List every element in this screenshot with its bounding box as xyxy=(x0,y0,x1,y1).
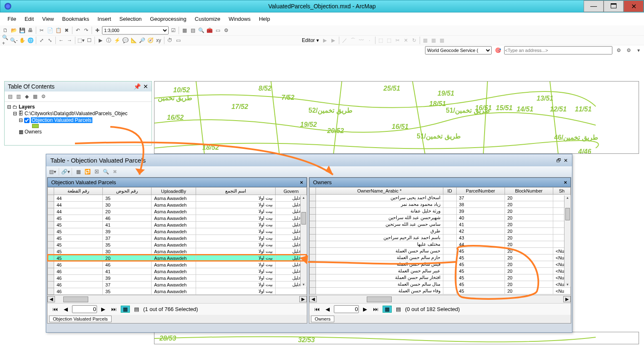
cell[interactable]: 20 xyxy=(505,248,553,254)
menu-geoprocessing[interactable]: Geoprocessing xyxy=(147,15,189,23)
open-icon[interactable]: 📂 xyxy=(10,27,17,34)
cell[interactable] xyxy=(443,261,456,268)
table-window-restore-icon[interactable]: 🗗 xyxy=(556,158,561,163)
zoom-in-icon[interactable]: 🔍+ xyxy=(2,37,9,44)
table-row[interactable]: 4546Asma Awawdehبيت اولاالخليل xyxy=(48,215,307,222)
cell[interactable]: Asma Awawdeh xyxy=(152,195,196,202)
redo-icon[interactable]: ↷ xyxy=(82,27,90,34)
list-by-drawing-icon[interactable]: ▤ xyxy=(6,93,14,100)
switch-selection-icon[interactable]: 🔁 xyxy=(84,168,91,175)
map-canvas-bottom[interactable]: 28/5332/53 xyxy=(154,332,639,344)
table-row[interactable]: 4435Asma Awawdehبيت اولاالخليل xyxy=(48,195,307,202)
related-tables-icon[interactable]: 🔗▾ xyxy=(62,168,69,175)
cell[interactable]: 20 xyxy=(103,208,152,215)
table-row[interactable]: باسم احمد عبد الرحيم سراحين4320 xyxy=(310,235,571,241)
cell[interactable] xyxy=(276,288,307,295)
table-row[interactable]: طرق4220 xyxy=(310,228,571,235)
cell[interactable] xyxy=(443,281,456,288)
menu-windows[interactable]: Windows xyxy=(225,15,254,23)
table-window-titlebar[interactable]: Table - Objection Valuated Parcels 🗗 ✕ xyxy=(46,154,572,166)
nav-first-icon[interactable]: ⏮ xyxy=(51,306,60,312)
cell[interactable]: افتخار سالم حسن العملة xyxy=(316,274,443,281)
table-row[interactable]: 4639Asma Awawdehبيت اولاالخليل xyxy=(48,275,307,282)
left-subtable-close-icon[interactable]: × xyxy=(300,179,303,185)
cell[interactable]: 20 xyxy=(505,281,553,288)
cell[interactable]: مختلف عليها xyxy=(316,241,443,248)
scroll-thumb[interactable] xyxy=(63,296,88,302)
table-row[interactable]: 4430Asma Awawdehبيت اولاالخليل xyxy=(48,202,307,208)
datasource-path[interactable]: C:\Cityworks\Data\gdb\ValuatedParcels_Ob… xyxy=(25,111,127,116)
viewer-icon[interactable]: ▭ xyxy=(174,37,182,44)
nav-last-icon[interactable]: ⏭ xyxy=(371,306,380,312)
menu-bookmarks[interactable]: Bookmarks xyxy=(59,15,92,23)
table-row[interactable]: 4646Asma Awawdehبيت اولاالخليل xyxy=(48,262,307,268)
cell[interactable] xyxy=(443,248,456,254)
cell[interactable]: 20 xyxy=(505,241,553,248)
cell[interactable] xyxy=(443,254,456,261)
cell[interactable]: 20 xyxy=(505,274,553,281)
nav-prev-icon[interactable]: ◀ xyxy=(324,306,331,312)
cell[interactable]: منال سالم حسن العملة xyxy=(316,281,443,288)
cell[interactable]: 46 xyxy=(54,282,102,288)
cell[interactable]: Asma Awawdeh xyxy=(152,282,196,288)
geocode-options-icon[interactable]: ⚙ xyxy=(615,47,622,54)
scroll-right-icon[interactable]: ▶ xyxy=(299,296,307,302)
clear-selection-icon[interactable]: ☒ xyxy=(93,168,100,175)
cell[interactable]: 43 xyxy=(456,235,505,241)
layers-root[interactable]: Layers xyxy=(19,104,35,110)
nav-next-icon[interactable]: ▶ xyxy=(99,306,107,312)
geocode-service-dropdown[interactable]: World Geocode Service ( xyxy=(425,46,492,54)
cell[interactable]: Asma Awawdeh xyxy=(152,242,196,248)
cell[interactable] xyxy=(443,288,456,294)
forward-icon[interactable]: → xyxy=(66,37,73,44)
cut-icon[interactable]: ✂ xyxy=(38,27,45,34)
table-row[interactable]: مختلف عليها4420 xyxy=(310,241,571,248)
list-by-selection-icon[interactable]: ▦ xyxy=(31,93,39,100)
right-subtable-close-icon[interactable]: × xyxy=(564,179,567,185)
zoom-out-icon[interactable]: 🔍- xyxy=(10,37,17,44)
vertical-scrollbar[interactable] xyxy=(300,195,307,286)
column-header[interactable]: ParcelNumber xyxy=(456,188,505,195)
cell[interactable]: Asma Awawdeh xyxy=(152,235,196,242)
toc-tree[interactable]: ⊟🗀Layers ⊟🗄C:\Cityworks\Data\gdb\Valuate… xyxy=(5,102,152,137)
hyperlink-icon[interactable]: ⚡ xyxy=(113,37,121,44)
cell[interactable]: 20 xyxy=(505,235,553,241)
cell[interactable]: 38 xyxy=(456,201,505,208)
cell[interactable]: 45 xyxy=(456,281,505,288)
table-row[interactable]: حسن سالم حسن العملة4520<Nu xyxy=(310,248,571,254)
nav-last-icon[interactable]: ⏭ xyxy=(109,306,118,312)
cell[interactable]: 45 xyxy=(456,268,505,274)
table-row[interactable]: 4541Asma Awawdehبيت اولاالخليل xyxy=(48,222,307,228)
cell[interactable] xyxy=(443,221,456,228)
table-row[interactable]: 4535Asma Awawdehبيت اولاالخليل xyxy=(48,242,307,248)
cell[interactable]: 45 xyxy=(54,242,102,248)
geocode-options2-icon[interactable]: ⚙ xyxy=(625,47,632,54)
cell[interactable]: 45 xyxy=(456,261,505,268)
undo-icon[interactable]: ↶ xyxy=(74,27,82,34)
cell[interactable]: 46 xyxy=(54,275,102,282)
column-header[interactable]: Govern xyxy=(276,188,307,195)
cell[interactable]: 45 xyxy=(456,274,505,281)
search-window-icon[interactable]: 🔍 xyxy=(197,27,205,34)
cell[interactable]: 20 xyxy=(505,195,553,201)
identify-icon[interactable]: ⓘ xyxy=(105,37,112,44)
cell[interactable]: 39 xyxy=(103,228,152,235)
cell[interactable]: 20 xyxy=(505,221,553,228)
cell[interactable]: 39 xyxy=(103,275,152,282)
cell[interactable]: 37 xyxy=(103,282,152,288)
cell[interactable]: 20 xyxy=(505,261,553,268)
cell[interactable]: 44 xyxy=(456,241,505,248)
column-header[interactable]: ID xyxy=(443,188,456,195)
cell[interactable]: حازم سالم حسن العملة xyxy=(316,254,443,261)
cell[interactable] xyxy=(443,268,456,274)
find-icon[interactable]: 🔎 xyxy=(138,37,146,44)
maximize-button[interactable]: 🗖 xyxy=(604,0,624,12)
delete-selected-icon[interactable]: ✖ xyxy=(111,168,119,175)
menu-file[interactable]: File xyxy=(4,15,20,23)
cell[interactable]: ورثة خليل عفانة xyxy=(316,208,443,215)
go-to-xy-icon[interactable]: xy xyxy=(155,37,162,44)
cell[interactable]: 41 xyxy=(103,268,152,275)
show-selected-icon[interactable]: ▤ xyxy=(394,306,403,312)
tree-toggle-icon[interactable]: ⊟ xyxy=(13,111,17,116)
menu-view[interactable]: View xyxy=(39,15,57,23)
